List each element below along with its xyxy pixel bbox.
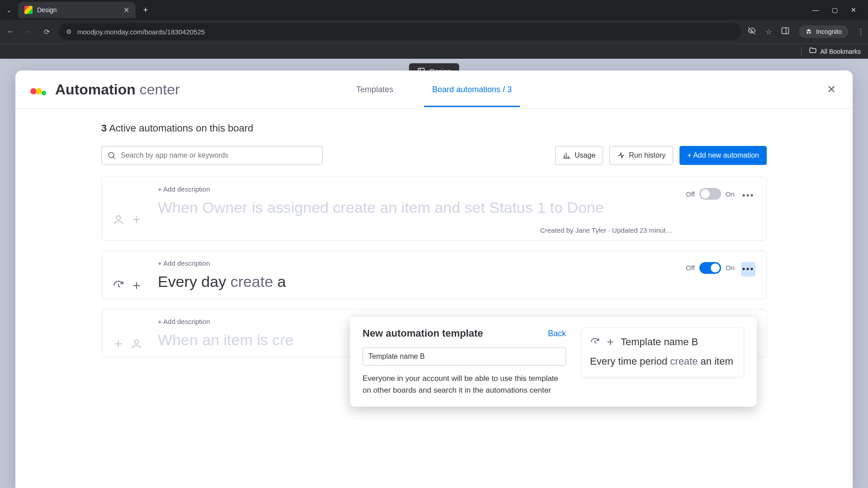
row-menu-button[interactable]: ••• [741, 262, 755, 277]
new-tab-button[interactable]: + [139, 4, 152, 16]
card-icons [113, 259, 144, 292]
maximize-icon[interactable]: ▢ [830, 6, 839, 14]
plus-icon [113, 338, 124, 350]
forward-icon: → [23, 28, 34, 36]
back-link[interactable]: Back [548, 329, 566, 338]
automation-card[interactable]: + Add description Every day create a Off… [101, 251, 767, 299]
toggle-wrap: Off On [686, 188, 735, 200]
active-count-line: 3 Active automations on this board [101, 122, 767, 134]
search-icon [107, 151, 116, 160]
preview-head: Template name B [590, 336, 736, 348]
svg-point-5 [35, 87, 43, 96]
automation-center-modal: Automation center Templates Board automa… [15, 70, 853, 488]
popover-right: Template name B Every time period create… [581, 328, 744, 396]
card-main: + Add description When Owner is assigned… [158, 185, 672, 234]
svg-point-7 [108, 152, 114, 158]
card-right: Off On ••• [686, 259, 755, 292]
run-history-button[interactable]: Run history [609, 146, 673, 165]
svg-point-9 [117, 216, 121, 220]
back-icon[interactable]: ← [5, 28, 16, 36]
card-right: Off On ••• [686, 185, 755, 234]
automation-toggle[interactable] [699, 262, 721, 274]
svg-point-16 [135, 340, 139, 344]
site-tune-icon[interactable]: ⚙ [66, 28, 72, 35]
tab-templates-label: Templates [356, 85, 393, 94]
add-automation-label: + Add new automation [687, 151, 759, 160]
add-automation-button[interactable]: + Add new automation [679, 146, 767, 165]
favicon-icon [24, 6, 33, 14]
popover-title-row: New automation template Back [363, 328, 566, 339]
folder-icon [809, 47, 817, 56]
app-area: Design Automation center Templates Board… [0, 59, 868, 488]
panel-icon[interactable] [781, 26, 790, 37]
active-count: 3 [101, 122, 107, 134]
add-description-button[interactable]: + Add description [158, 259, 672, 267]
modal-header: Automation center Templates Board automa… [15, 70, 853, 108]
tab-close-icon[interactable]: ✕ [123, 6, 129, 14]
svg-point-6 [42, 91, 46, 95]
window-controls: ― ▢ ✕ [811, 6, 864, 14]
modal-title-bold: Automation [55, 81, 136, 98]
modal-tabs: Templates Board automations / 3 [348, 70, 520, 108]
card-icons [113, 318, 144, 351]
eye-off-icon[interactable] [747, 26, 756, 37]
tab-templates[interactable]: Templates [348, 72, 401, 107]
bookmark-star-icon[interactable]: ☆ [765, 28, 772, 36]
active-count-label: Active automations on this board [109, 122, 253, 134]
toggle-wrap: Off On [686, 262, 735, 274]
preview-name: Template name B [621, 336, 698, 348]
all-bookmarks-link[interactable]: All Bookmarks [821, 48, 861, 55]
controls-row: Usage Run history + Add new automation [101, 146, 767, 165]
close-modal-button[interactable]: ✕ [824, 82, 839, 97]
search-box[interactable] [101, 146, 323, 165]
usage-label: Usage [575, 151, 595, 160]
usage-button[interactable]: Usage [555, 146, 603, 165]
search-input[interactable] [121, 151, 317, 160]
preview-rule: Every time period create an item [590, 354, 736, 369]
card-meta: Created by Jane Tyler · Updated 23 minut… [158, 226, 672, 234]
tab-title: Design [37, 6, 119, 14]
browser-tab[interactable]: Design ✕ [18, 2, 136, 18]
plus-icon [131, 280, 142, 291]
toggle-off-label: Off [686, 190, 695, 198]
browser-menu-icon[interactable]: ⋮ [857, 28, 863, 36]
minimize-icon[interactable]: ― [811, 6, 820, 14]
chart-icon [563, 151, 571, 160]
browser-chrome: ⌄ Design ✕ + ― ▢ ✕ ← → ⟳ ⚙ moodjoy.monda… [0, 0, 868, 59]
incognito-badge[interactable]: Incognito [799, 25, 848, 38]
popover-title: New automation template [363, 328, 483, 339]
browser-toolbar: ← → ⟳ ⚙ moodjoy.monday.com/boards/183042… [0, 20, 868, 43]
monday-logo-icon [29, 80, 47, 99]
reload-icon[interactable]: ⟳ [41, 28, 52, 36]
recurring-icon [590, 337, 600, 347]
plus-icon [605, 337, 615, 347]
automation-toggle[interactable] [699, 188, 721, 200]
url-bar[interactable]: ⚙ moodjoy.monday.com/boards/1830420525 [59, 23, 741, 40]
toggle-off-label: Off [686, 264, 695, 272]
toggle-on-label: On [726, 264, 735, 272]
modal-title: Automation center [55, 81, 180, 98]
row-menu-button[interactable]: ••• [741, 188, 755, 202]
rule-text: Every day create a [158, 272, 672, 292]
tabs-dropdown-icon[interactable]: ⌄ [4, 4, 14, 16]
toolbar-right: ☆ Incognito ⋮ [747, 25, 863, 38]
template-preview-card: Template name B Every time period create… [581, 328, 744, 377]
tab-board-automations[interactable]: Board automations / 3 [424, 72, 520, 107]
card-icons [113, 185, 144, 234]
run-history-label: Run history [629, 151, 665, 160]
recurring-icon [113, 280, 124, 291]
tab-board-automations-label: Board automations / 3 [432, 85, 512, 94]
close-window-icon[interactable]: ✕ [849, 6, 858, 14]
popover-left: New automation template Back Everyone in… [363, 328, 566, 396]
modal-title-light: center [140, 81, 180, 98]
popover-description: Everyone in your account will be able to… [363, 373, 566, 396]
rule-text: When Owner is assigned create an item an… [158, 197, 672, 218]
toggle-on-label: On [726, 190, 735, 198]
template-name-input[interactable] [363, 347, 566, 366]
divider [801, 47, 802, 56]
add-description-button[interactable]: + Add description [158, 185, 672, 193]
automation-card[interactable]: + Add description When Owner is assigned… [101, 177, 767, 241]
card-main: + Add description Every day create a [158, 259, 672, 292]
person-icon [113, 214, 124, 225]
person-icon [131, 338, 142, 350]
